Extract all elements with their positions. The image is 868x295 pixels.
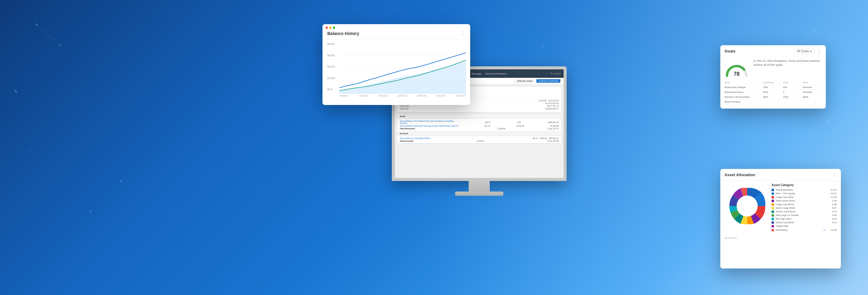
- screenshots-area: Welcome, Torres Message Harvest & Resear…: [319, 15, 856, 277]
- svg-point-19: [737, 196, 758, 216]
- investment-row-2-name[interactable]: Torres Martinez Bluecoast Financing Grou…: [400, 125, 460, 127]
- investment-row-2-qty: 147.32: [484, 125, 490, 127]
- asset-menu-icon[interactable]: ⋮: [832, 172, 837, 178]
- legend-color-1: [772, 189, 774, 191]
- monitor-base: [455, 191, 503, 196]
- total-retirement-label: Total Retirement: [400, 127, 415, 130]
- label-total-gain: Total Gain: [400, 105, 409, 107]
- legend-color-5: [772, 203, 774, 206]
- x-label-3: 04/01/23: [378, 94, 388, 97]
- decorative-dot: [60, 45, 61, 47]
- goals-row-3-risk: $24K: [803, 96, 822, 98]
- legend-value-3: 11.18: [828, 196, 837, 199]
- goals-filter-label: All Goals: [797, 50, 809, 53]
- balance-history-title: Balance History: [327, 31, 359, 36]
- legend-name-9: Mid Cap Value: [776, 217, 826, 220]
- gauge-wrap: 78: [724, 59, 749, 77]
- chevron-down-icon: ▾: [810, 50, 812, 53]
- chrome-maximize[interactable]: [333, 27, 335, 29]
- account-row-1-name[interactable]: Torres Martinez Credit [DELAYER] ...: [400, 137, 533, 139]
- legend-name-4: Multi Sector Bond: [776, 199, 826, 202]
- account-row-1-qty: 88.11: [533, 137, 538, 139]
- goals-row-2-risk: Nominal: [803, 91, 822, 93]
- x-label-5: 04/02/24: [417, 94, 427, 97]
- total-accounts-value: 5,101,169.90: [547, 140, 559, 142]
- legend-color-6: [772, 207, 774, 209]
- goals-row-1-goal: 500: [783, 86, 802, 89]
- btn-write-all[interactable]: Write All Content: [515, 79, 535, 83]
- legend-value-7: 4.72: [828, 210, 837, 213]
- goals-row-2-name: Retirement Home: [724, 91, 762, 93]
- monitor-neck: [469, 181, 490, 191]
- investment-row-2-value: 75,294.06: [550, 125, 559, 127]
- y-label-400k: $400K: [327, 65, 335, 68]
- legend-name-11: Target Date: [776, 225, 826, 228]
- y-label-0: $0.0: [327, 88, 335, 91]
- legend-color-10: [772, 222, 774, 224]
- legend-color-2: [772, 193, 774, 195]
- goals-row-4-goal: [783, 100, 802, 103]
- date-range-start: 1/1/2025 - 12/31/2025: [538, 99, 559, 102]
- decorative-dot: [30, 151, 31, 152]
- btn-customer-dashboard[interactable]: Customer Dashboard: [536, 79, 561, 83]
- y-label-800k: $800K: [327, 42, 335, 46]
- investment-row-1-qty: 149.37: [485, 121, 491, 123]
- goals-row-2-goal: 2: [783, 91, 802, 93]
- legend-color-9: [772, 218, 774, 220]
- goals-row-4-risk: [803, 100, 822, 103]
- legend-name-7: Interim Core Bond: [776, 210, 826, 213]
- legend-color-8: [772, 214, 774, 216]
- decorative-dot: [90, 211, 91, 212]
- x-label-6: 10/01/24: [436, 94, 446, 97]
- legend-name-12: Remaining: [776, 229, 822, 231]
- legend-color-11: [772, 225, 774, 228]
- legend-title: Asset Category: [772, 183, 837, 187]
- goals-title: Goals: [724, 49, 735, 53]
- nav-harvest[interactable]: Harvest & Research: [485, 72, 507, 75]
- goals-col-risk: Risk: [803, 81, 822, 84]
- legend-value-4: 7.04: [828, 199, 837, 202]
- section-invest: Asset: [400, 115, 405, 117]
- chart-svg: [339, 42, 465, 94]
- investment-row-1-value: 1,085,621.55: [547, 121, 559, 123]
- value-net-flows: $1,013,000.00: [545, 102, 559, 105]
- x-label-7: 01/01/25: [456, 94, 465, 97]
- goals-row-2: Retirement Home 84% 2 Nominal: [724, 90, 822, 95]
- balance-history-chart: $800K $600K $400K $200K $0.0: [322, 39, 470, 100]
- goals-menu-icon[interactable]: ⋮: [817, 48, 822, 54]
- investment-row-1-name[interactable]: Torres Martinez 70% Rollover Non-Qual No…: [400, 120, 460, 124]
- legend-value-12: 12.94: [828, 229, 837, 231]
- balance-history-menu-icon[interactable]: ⋮: [460, 30, 465, 37]
- chrome-close[interactable]: [326, 27, 328, 29]
- total-retirement-value: 1,151,173.79: [547, 127, 559, 130]
- goals-col-goal: Goal: [783, 81, 802, 84]
- value-total-gain: $447,751.13: [547, 105, 559, 107]
- chrome-minimize[interactable]: [329, 27, 332, 29]
- goals-row-1: Retirement Lifestyle 78% 500 Nominal: [724, 85, 822, 90]
- goals-col-likelihood: Likelihood: [763, 81, 782, 84]
- goals-row-3-goal: 2013: [783, 96, 802, 98]
- legend-color-7: [772, 210, 774, 213]
- investment-row-1-cost: 0.00: [517, 121, 521, 123]
- decorative-dot: [181, 30, 182, 31]
- account-row-1-value: 863,914.47: [549, 137, 559, 139]
- total-retirement-cost: 3,159.45: [498, 127, 505, 130]
- remaining-info-icon[interactable]: ⓘ: [824, 228, 826, 232]
- balance-history-card: Balance History ⋮ $800K $600K $400K $200…: [322, 24, 470, 105]
- donut-chart: [724, 183, 767, 226]
- balance-history-header: Balance History ⋮: [322, 29, 470, 39]
- decorative-dot: [121, 181, 122, 182]
- x-axis-labels: 04/03/22 10/01/22 04/01/23 10/01/23 04/0…: [339, 94, 465, 97]
- asset-content: Asset Category World Allocation 21.97 50…: [720, 180, 841, 236]
- goals-row-3-name: Eduardo Life Education: [724, 96, 762, 98]
- nav-message[interactable]: Message: [472, 72, 481, 75]
- asset-legend: Asset Category World Allocation 21.97 50…: [772, 183, 837, 233]
- legend-item-10: Small Cap Blend 5.14: [772, 221, 837, 224]
- legend-item-12: Remaining ⓘ 12.94: [772, 228, 837, 232]
- asset-date: As Of 2025: [720, 236, 841, 241]
- asset-allocation-card: Asset Allocation ⋮: [720, 169, 841, 268]
- goals-row-1-risk: Nominal: [803, 86, 822, 89]
- gauge-description: In 78% of 1,000 simulations, Torres and …: [753, 59, 822, 67]
- goals-row-4-likelihood: [763, 100, 782, 103]
- goals-filter[interactable]: All Goals ▾: [794, 49, 814, 54]
